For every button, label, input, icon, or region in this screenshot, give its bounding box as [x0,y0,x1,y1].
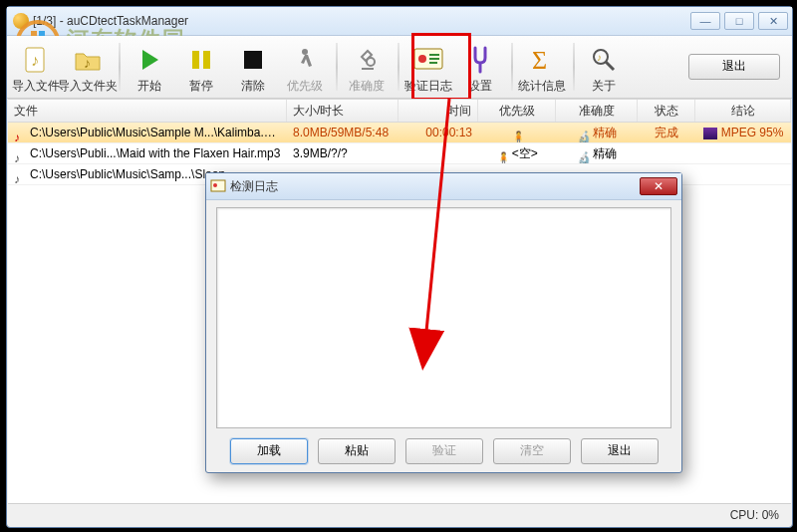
dialog-title: 检测日志 [230,178,640,195]
toolbar: ♪ 导入文件 ♪ 导入文件夹 开始 暂停 清除 优先级 [7,36,792,99]
svg-point-12 [367,58,375,66]
col-size[interactable]: 大小/时长 [287,100,398,122]
toolbar-separator [511,43,513,91]
svg-line-20 [606,62,614,70]
col-time[interactable]: 时间 [398,100,478,122]
magnifier-music-icon: ♪ [588,44,620,76]
priority-icon: 🧍 [496,148,508,160]
table-row[interactable]: ♪C:\Users\Publi...\Maid with the Flaxen … [8,143,791,164]
col-status[interactable]: 状态 [638,100,695,122]
load-button[interactable]: 加载 [230,438,308,464]
log-textarea[interactable] [216,207,671,428]
certificate-icon [210,178,226,194]
dialog-titlebar: 检测日志 ✕ [206,173,681,200]
svg-text:♪: ♪ [597,52,602,63]
verify-log-button[interactable]: 验证日志 [403,39,453,95]
accuracy-button[interactable]: 准确度 [342,39,392,95]
tuning-fork-icon [464,44,496,76]
statistics-button[interactable]: Σ 统计信息 [517,39,567,95]
toolbar-separator [336,43,338,91]
dialog-exit-button[interactable]: 退出 [581,438,659,464]
close-button[interactable]: ✕ [758,12,788,30]
toolbar-separator [119,43,121,91]
toolbar-separator [398,43,399,91]
priority-icon: 🧍 [511,128,523,139]
clear-button[interactable]: 清除 [228,39,278,95]
table-header: 文件 大小/时长 时间 优先级 准确度 状态 结论 [8,99,791,123]
clear-button[interactable]: 清空 [493,438,571,464]
paste-button[interactable]: 粘贴 [318,438,396,464]
exit-button[interactable]: 退出 [688,54,780,80]
dialog-close-button[interactable]: ✕ [640,177,677,195]
svg-text:Σ: Σ [532,47,547,73]
svg-point-23 [213,183,217,187]
toolbar-separator [573,43,575,91]
start-button[interactable]: 开始 [125,39,174,95]
verify-button[interactable]: 验证 [405,438,483,464]
status-bar: CPU: 0% [8,503,791,526]
table-row[interactable]: ♪C:\Users\Public\Music\Sample M...\Kalim… [8,123,791,143]
stop-icon [237,44,269,76]
about-button[interactable]: ♪ 关于 [579,39,629,95]
music-note-icon: ♪ [14,169,26,181]
play-icon [133,44,165,76]
svg-rect-9 [203,51,210,69]
svg-marker-7 [142,50,158,70]
accuracy-icon: 🔬 [577,128,589,139]
svg-text:♪: ♪ [31,52,39,69]
music-folder-icon: ♪ [72,44,104,76]
svg-rect-10 [244,51,262,69]
pause-button[interactable]: 暂停 [176,39,226,95]
music-note-icon: ♪ [14,128,26,139]
svg-point-11 [302,49,308,55]
import-files-button[interactable]: ♪ 导入文件 [11,39,61,95]
certificate-icon [412,44,444,76]
col-priority[interactable]: 优先级 [478,100,556,122]
minimize-button[interactable]: — [690,12,720,30]
settings-button[interactable]: 设置 [455,39,505,95]
walking-person-icon [289,44,321,76]
accuracy-icon: 🔬 [577,148,589,160]
maximize-button[interactable]: □ [724,12,754,30]
log-dialog: 检测日志 ✕ 加载 粘贴 验证 清空 退出 [205,172,682,473]
svg-rect-8 [192,51,199,69]
priority-button[interactable]: 优先级 [280,39,330,95]
svg-point-14 [418,55,426,63]
pause-icon [185,44,217,76]
main-window: [1/3] - auCDtectTaskManager — □ ✕ 河东软件园 … [6,6,793,528]
col-file[interactable]: 文件 [8,100,287,122]
music-file-icon: ♪ [20,44,52,76]
microscope-icon [351,44,383,76]
svg-text:♪: ♪ [84,55,91,71]
music-note-icon: ♪ [14,148,26,160]
cpu-usage: CPU: 0% [730,508,779,522]
col-result[interactable]: 结论 [695,100,791,122]
import-folder-button[interactable]: ♪ 导入文件夹 [63,39,113,95]
col-accuracy[interactable]: 准确度 [556,100,638,122]
result-badge-icon [703,128,717,139]
sigma-icon: Σ [526,44,558,76]
